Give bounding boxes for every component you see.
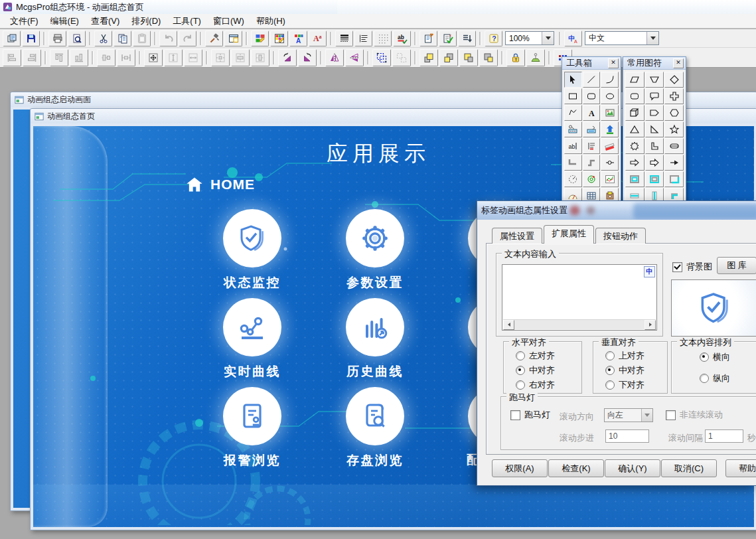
align-left-button[interactable] xyxy=(3,49,21,66)
hmi-button-status-monitor[interactable]: 状态监控 xyxy=(206,209,299,291)
center-vertical-button[interactable] xyxy=(251,49,269,66)
marquee-checkbox[interactable]: 跑马灯 xyxy=(510,409,550,421)
check-button[interactable]: 检查(K) xyxy=(548,459,604,477)
group-button[interactable] xyxy=(372,49,391,66)
ime-icon[interactable]: 中 xyxy=(644,266,655,277)
ungroup-button[interactable] xyxy=(392,49,411,66)
input-box-tool[interactable] xyxy=(564,121,582,137)
corner-pipe-tool[interactable] xyxy=(564,155,582,171)
text-tool[interactable]: A xyxy=(583,105,601,121)
spell-button[interactable]: ab xyxy=(393,31,411,46)
ellipse-tool[interactable] xyxy=(601,88,619,104)
print-preview-button[interactable] xyxy=(68,31,86,46)
copy-button[interactable] xyxy=(113,31,131,46)
align-top-button[interactable] xyxy=(50,49,68,66)
undo-button[interactable] xyxy=(159,31,177,46)
window-properties-button[interactable] xyxy=(224,31,242,46)
burst-symbol[interactable] xyxy=(625,138,644,154)
confirm-button[interactable]: 确认(Y) xyxy=(605,459,660,477)
palette-button[interactable] xyxy=(270,31,288,46)
menu-window[interactable]: 窗口(W) xyxy=(207,14,250,29)
right-triangle-symbol[interactable] xyxy=(645,121,664,137)
noncontinuous-checkbox[interactable]: 非连续滚动 xyxy=(666,409,723,421)
arrow-wide-symbol[interactable] xyxy=(645,155,664,171)
horizontal-scrollbar[interactable] xyxy=(503,319,656,329)
rounded-rect-symbol[interactable] xyxy=(625,88,644,104)
switch-tool[interactable] xyxy=(601,155,619,171)
toolbox-palette-titlebar[interactable]: 工具箱 ✕ xyxy=(562,57,621,70)
dial-tool[interactable] xyxy=(564,171,582,187)
permission-button[interactable]: 权限(A) xyxy=(492,459,548,477)
hmi-button-param-settings[interactable]: 参数设置 xyxy=(329,209,421,291)
polyline-tool[interactable] xyxy=(564,105,582,121)
cut-button[interactable] xyxy=(94,31,112,46)
middle-vertical-button[interactable] xyxy=(97,49,115,66)
scroll-direction-select[interactable]: 向左 xyxy=(604,408,653,422)
radio-align-middle[interactable]: 中对齐 xyxy=(605,364,644,376)
center-horizontal-button[interactable] xyxy=(231,49,250,66)
save-button[interactable] xyxy=(22,31,40,46)
mini-trend-tool[interactable] xyxy=(601,171,619,187)
menu-view[interactable]: 查看(V) xyxy=(85,14,125,29)
scroll-interval-input[interactable]: 1 xyxy=(705,429,743,443)
pointer-tool[interactable] xyxy=(564,72,582,88)
grid-button[interactable] xyxy=(374,31,392,46)
help-button[interactable]: ? xyxy=(485,31,502,46)
bitmap-tool[interactable] xyxy=(601,105,619,121)
flow-nav-tool[interactable] xyxy=(601,121,619,137)
symbols-palette-titlebar[interactable]: 常用图符 ✕ xyxy=(623,57,686,70)
rotate-left-button[interactable] xyxy=(278,49,297,66)
lock-button[interactable]: T xyxy=(506,49,525,66)
syntax-check-button[interactable] xyxy=(439,31,457,46)
tab-properties[interactable]: 属性设置 xyxy=(492,228,542,244)
parallelogram-symbol[interactable] xyxy=(625,72,644,88)
zoom-select[interactable]: 100% xyxy=(505,31,554,45)
send-back-button[interactable] xyxy=(439,49,458,66)
radio-align-left[interactable]: 左对齐 xyxy=(516,350,555,362)
close-icon[interactable]: ✕ xyxy=(673,58,684,68)
trapezoid-symbol[interactable] xyxy=(645,72,664,88)
paste-button[interactable] xyxy=(133,31,151,46)
sort-button[interactable] xyxy=(458,31,476,46)
center-screen-button[interactable] xyxy=(211,49,230,66)
radio-align-top[interactable]: 上对齐 xyxy=(605,350,644,362)
send-backward-button[interactable] xyxy=(479,49,498,66)
help-dialog-button[interactable]: 帮助(H) xyxy=(725,459,756,477)
hmi-button-history-curve[interactable]: 历史曲线 xyxy=(329,298,421,380)
align-right-button[interactable] xyxy=(23,49,41,66)
paragraph-button[interactable] xyxy=(354,31,372,46)
scroll-left-icon[interactable] xyxy=(503,320,514,330)
flip-horizontal-button[interactable] xyxy=(345,49,364,66)
rounded-rect-tool[interactable] xyxy=(583,88,601,104)
language-select[interactable]: 中文 xyxy=(585,31,659,45)
size-height-button[interactable] xyxy=(164,49,183,66)
step-pipe-tool[interactable] xyxy=(583,155,601,171)
menu-tools[interactable]: 工具(T) xyxy=(167,14,207,29)
star-symbol[interactable] xyxy=(664,121,684,137)
redo-button[interactable] xyxy=(179,31,196,46)
workbench-button[interactable] xyxy=(205,31,223,46)
home-button[interactable]: HOME xyxy=(185,175,255,194)
line-tool[interactable] xyxy=(583,72,601,88)
flip-vertical-button[interactable] xyxy=(325,49,344,66)
tab-button-action[interactable]: 按钮动作 xyxy=(595,228,646,244)
triangle-symbol[interactable] xyxy=(625,121,644,137)
l-shape-symbol[interactable] xyxy=(645,138,664,154)
radio-align-bottom[interactable]: 下对齐 xyxy=(605,379,644,391)
properties-button[interactable] xyxy=(419,31,437,46)
print-button[interactable] xyxy=(48,31,66,46)
hmi-button-alarm-view[interactable]: 报警浏览 xyxy=(206,387,299,469)
diamond-symbol[interactable] xyxy=(664,72,684,88)
frame-c-symbol[interactable] xyxy=(664,171,684,187)
size-width-button[interactable] xyxy=(184,49,202,66)
label-tool[interactable]: ab xyxy=(564,138,582,154)
hexagon-symbol[interactable] xyxy=(664,105,684,121)
rect-tool[interactable] xyxy=(564,88,582,104)
menu-edit[interactable]: 编辑(E) xyxy=(44,14,85,29)
app-titlebar[interactable]: McgsPro组态环境 - 动画组态首页 xyxy=(0,0,756,14)
arrow-tag-symbol[interactable] xyxy=(645,105,664,121)
radio-align-center[interactable]: 中对齐 xyxy=(516,364,555,376)
scroll-right-icon[interactable] xyxy=(644,320,656,330)
gallery-button[interactable]: 图 库 xyxy=(717,257,756,274)
bring-front-button[interactable] xyxy=(419,49,438,66)
